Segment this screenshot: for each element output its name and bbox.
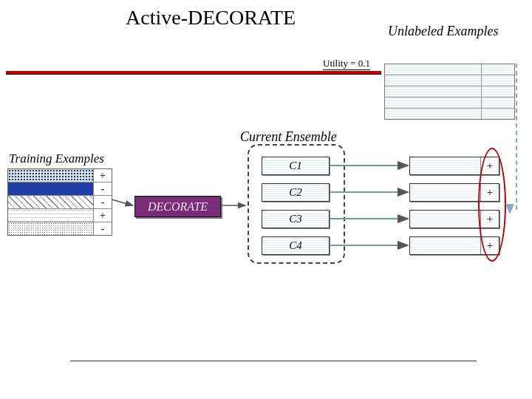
train-label: -: [94, 223, 112, 235]
unlabeled-table: [384, 64, 515, 120]
arrow-down-icon: [505, 204, 514, 214]
decorate-box: DECORATE: [134, 196, 221, 217]
training-examples-table: + - - + -: [7, 168, 112, 236]
classifier-c3: C3: [262, 210, 330, 228]
current-ensemble-label: Current Ensemble: [240, 129, 337, 145]
utility-label: Utility = 0.1: [323, 58, 370, 70]
page-title: Active-DECORATE: [126, 6, 296, 30]
train-label: +: [94, 170, 112, 182]
unlabeled-examples-label: Unlabeled Examples: [388, 24, 498, 39]
svg-line-0: [112, 200, 133, 205]
unlabeled-to-outputs-arrow-line: [516, 64, 517, 210]
train-label: -: [94, 197, 112, 208]
classifier-c4: C4: [262, 236, 330, 255]
predictions-highlight-ellipse: [478, 148, 506, 262]
classifier-c2: C2: [262, 183, 330, 202]
train-label: +: [94, 210, 112, 222]
train-label: -: [94, 183, 112, 195]
classifier-c1: C1: [262, 157, 330, 175]
footer-divider: [70, 361, 477, 361]
red-underline: [6, 71, 381, 75]
training-examples-label: Training Examples: [9, 151, 104, 166]
